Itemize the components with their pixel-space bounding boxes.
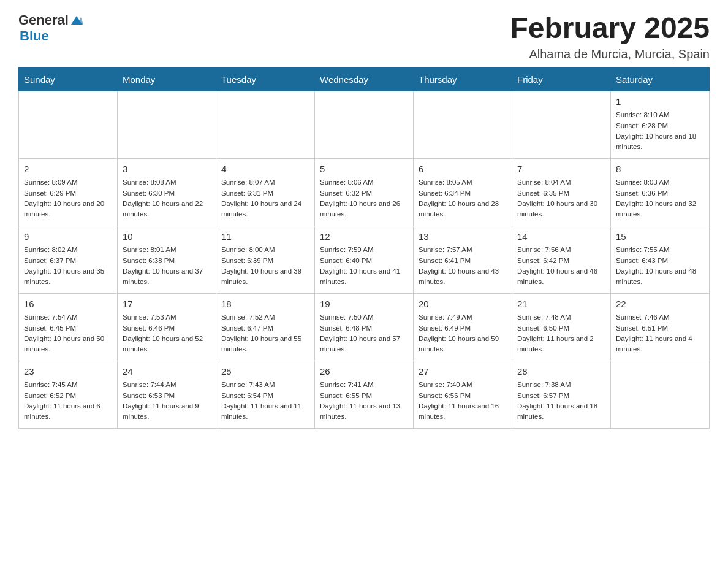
day-info: Sunrise: 7:46 AMSunset: 6:51 PMDaylight:… xyxy=(616,312,704,354)
day-number: 20 xyxy=(419,297,507,312)
calendar-cell: 18Sunrise: 7:52 AMSunset: 6:47 PMDayligh… xyxy=(216,293,315,361)
calendar-cell: 27Sunrise: 7:40 AMSunset: 6:56 PMDayligh… xyxy=(414,361,512,428)
calendar-cell: 9Sunrise: 8:02 AMSunset: 6:37 PMDaylight… xyxy=(19,226,118,293)
day-number: 27 xyxy=(419,365,507,379)
day-info: Sunrise: 7:43 AMSunset: 6:54 PMDaylight:… xyxy=(221,380,309,422)
day-number: 16 xyxy=(24,297,112,312)
calendar-cell: 3Sunrise: 8:08 AMSunset: 6:30 PMDaylight… xyxy=(118,158,216,226)
col-header-thursday: Thursday xyxy=(414,67,512,91)
day-number: 7 xyxy=(517,163,605,177)
col-header-wednesday: Wednesday xyxy=(315,67,414,91)
day-number: 14 xyxy=(517,230,605,244)
day-info: Sunrise: 8:03 AMSunset: 6:36 PMDaylight:… xyxy=(616,177,704,220)
day-info: Sunrise: 8:10 AMSunset: 6:28 PMDaylight:… xyxy=(616,110,704,152)
calendar-header-row: SundayMondayTuesdayWednesdayThursdayFrid… xyxy=(19,67,710,91)
calendar-cell: 16Sunrise: 7:54 AMSunset: 6:45 PMDayligh… xyxy=(19,293,118,361)
calendar-cell: 20Sunrise: 7:49 AMSunset: 6:49 PMDayligh… xyxy=(414,293,512,361)
day-info: Sunrise: 7:52 AMSunset: 6:47 PMDaylight:… xyxy=(221,312,309,354)
day-number: 5 xyxy=(320,163,408,177)
day-number: 25 xyxy=(221,365,309,379)
day-info: Sunrise: 8:00 AMSunset: 6:39 PMDaylight:… xyxy=(221,245,309,287)
day-number: 11 xyxy=(221,230,309,244)
calendar-cell: 10Sunrise: 8:01 AMSunset: 6:38 PMDayligh… xyxy=(118,226,216,293)
day-number: 3 xyxy=(123,163,211,177)
calendar-cell xyxy=(19,91,118,158)
day-info: Sunrise: 7:38 AMSunset: 6:57 PMDaylight:… xyxy=(517,380,605,422)
day-number: 12 xyxy=(320,230,408,244)
col-header-saturday: Saturday xyxy=(611,67,710,91)
calendar-cell xyxy=(118,91,216,158)
day-info: Sunrise: 7:40 AMSunset: 6:56 PMDaylight:… xyxy=(419,380,507,422)
day-number: 1 xyxy=(616,95,704,109)
day-info: Sunrise: 7:48 AMSunset: 6:50 PMDaylight:… xyxy=(517,312,605,354)
logo-icon xyxy=(70,13,83,27)
calendar-cell xyxy=(414,91,512,158)
calendar-cell: 28Sunrise: 7:38 AMSunset: 6:57 PMDayligh… xyxy=(512,361,611,428)
week-row-2: 2Sunrise: 8:09 AMSunset: 6:29 PMDaylight… xyxy=(19,158,710,226)
col-header-tuesday: Tuesday xyxy=(216,67,315,91)
day-info: Sunrise: 7:49 AMSunset: 6:49 PMDaylight:… xyxy=(419,312,507,354)
day-number: 21 xyxy=(517,297,605,312)
day-info: Sunrise: 7:45 AMSunset: 6:52 PMDaylight:… xyxy=(24,380,112,422)
day-number: 19 xyxy=(320,297,408,312)
day-number: 18 xyxy=(221,297,309,312)
day-info: Sunrise: 7:59 AMSunset: 6:40 PMDaylight:… xyxy=(320,245,408,287)
calendar-cell: 26Sunrise: 7:41 AMSunset: 6:55 PMDayligh… xyxy=(315,361,414,428)
week-row-3: 9Sunrise: 8:02 AMSunset: 6:37 PMDaylight… xyxy=(19,226,710,293)
calendar-cell xyxy=(611,361,710,428)
week-row-4: 16Sunrise: 7:54 AMSunset: 6:45 PMDayligh… xyxy=(19,293,710,361)
day-info: Sunrise: 7:50 AMSunset: 6:48 PMDaylight:… xyxy=(320,312,408,354)
calendar-table: SundayMondayTuesdayWednesdayThursdayFrid… xyxy=(18,67,710,429)
calendar-cell: 14Sunrise: 7:56 AMSunset: 6:42 PMDayligh… xyxy=(512,226,611,293)
week-row-5: 23Sunrise: 7:45 AMSunset: 6:52 PMDayligh… xyxy=(19,361,710,428)
calendar-cell: 19Sunrise: 7:50 AMSunset: 6:48 PMDayligh… xyxy=(315,293,414,361)
month-title: February 2025 xyxy=(510,12,710,45)
day-info: Sunrise: 8:06 AMSunset: 6:32 PMDaylight:… xyxy=(320,177,408,220)
col-header-monday: Monday xyxy=(118,67,216,91)
day-number: 28 xyxy=(517,365,605,379)
day-number: 15 xyxy=(616,230,704,244)
calendar-cell: 11Sunrise: 8:00 AMSunset: 6:39 PMDayligh… xyxy=(216,226,315,293)
day-number: 6 xyxy=(419,163,507,177)
day-info: Sunrise: 8:04 AMSunset: 6:35 PMDaylight:… xyxy=(517,177,605,220)
logo-general-text: General xyxy=(18,12,69,28)
col-header-sunday: Sunday xyxy=(19,67,118,91)
day-info: Sunrise: 7:53 AMSunset: 6:46 PMDaylight:… xyxy=(123,312,211,354)
day-info: Sunrise: 7:56 AMSunset: 6:42 PMDaylight:… xyxy=(517,245,605,287)
col-header-friday: Friday xyxy=(512,67,611,91)
day-info: Sunrise: 8:07 AMSunset: 6:31 PMDaylight:… xyxy=(221,177,309,220)
day-number: 13 xyxy=(419,230,507,244)
day-number: 2 xyxy=(24,163,112,177)
page-header: General Blue February 2025 Alhama de Mur… xyxy=(18,12,710,61)
day-info: Sunrise: 8:08 AMSunset: 6:30 PMDaylight:… xyxy=(123,177,211,220)
calendar-cell: 15Sunrise: 7:55 AMSunset: 6:43 PMDayligh… xyxy=(611,226,710,293)
day-number: 23 xyxy=(24,365,112,379)
calendar-cell: 4Sunrise: 8:07 AMSunset: 6:31 PMDaylight… xyxy=(216,158,315,226)
day-info: Sunrise: 7:57 AMSunset: 6:41 PMDaylight:… xyxy=(419,245,507,287)
calendar-cell xyxy=(315,91,414,158)
day-info: Sunrise: 7:41 AMSunset: 6:55 PMDaylight:… xyxy=(320,380,408,422)
calendar-cell: 12Sunrise: 7:59 AMSunset: 6:40 PMDayligh… xyxy=(315,226,414,293)
calendar-cell: 7Sunrise: 8:04 AMSunset: 6:35 PMDaylight… xyxy=(512,158,611,226)
day-info: Sunrise: 7:55 AMSunset: 6:43 PMDaylight:… xyxy=(616,245,704,287)
day-info: Sunrise: 7:54 AMSunset: 6:45 PMDaylight:… xyxy=(24,312,112,354)
day-info: Sunrise: 8:01 AMSunset: 6:38 PMDaylight:… xyxy=(123,245,211,287)
day-number: 4 xyxy=(221,163,309,177)
day-number: 24 xyxy=(123,365,211,379)
title-area: February 2025 Alhama de Murcia, Murcia, … xyxy=(510,12,710,61)
day-number: 22 xyxy=(616,297,704,312)
calendar-cell: 2Sunrise: 8:09 AMSunset: 6:29 PMDaylight… xyxy=(19,158,118,226)
calendar-cell xyxy=(216,91,315,158)
day-info: Sunrise: 8:05 AMSunset: 6:34 PMDaylight:… xyxy=(419,177,507,220)
day-number: 26 xyxy=(320,365,408,379)
day-number: 9 xyxy=(24,230,112,244)
day-info: Sunrise: 7:44 AMSunset: 6:53 PMDaylight:… xyxy=(123,380,211,422)
calendar-cell: 8Sunrise: 8:03 AMSunset: 6:36 PMDaylight… xyxy=(611,158,710,226)
calendar-cell: 23Sunrise: 7:45 AMSunset: 6:52 PMDayligh… xyxy=(19,361,118,428)
day-number: 8 xyxy=(616,163,704,177)
calendar-cell: 24Sunrise: 7:44 AMSunset: 6:53 PMDayligh… xyxy=(118,361,216,428)
calendar-cell: 25Sunrise: 7:43 AMSunset: 6:54 PMDayligh… xyxy=(216,361,315,428)
calendar-cell: 21Sunrise: 7:48 AMSunset: 6:50 PMDayligh… xyxy=(512,293,611,361)
day-number: 10 xyxy=(123,230,211,244)
calendar-cell: 13Sunrise: 7:57 AMSunset: 6:41 PMDayligh… xyxy=(414,226,512,293)
